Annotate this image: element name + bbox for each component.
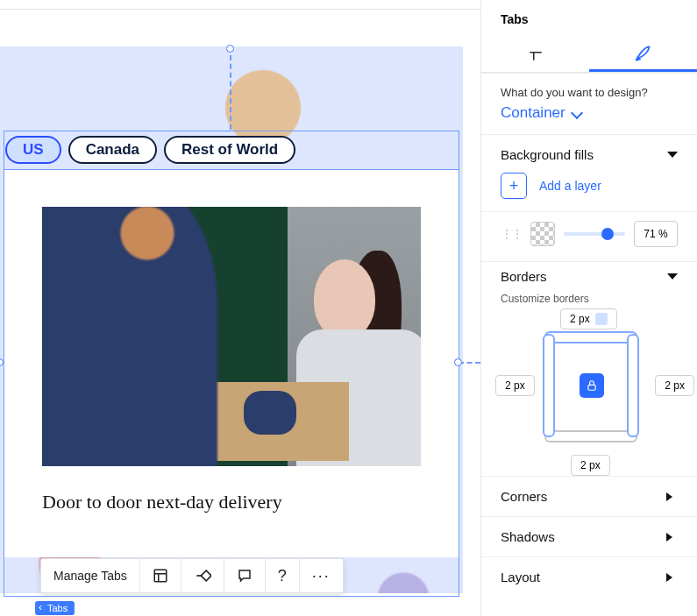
slider-thumb[interactable]	[601, 228, 614, 240]
border-side-left[interactable]	[543, 334, 555, 437]
borders-section: Borders Customize borders 2 px 2 px 2 px…	[481, 261, 697, 476]
caret-down-icon	[667, 273, 678, 280]
tab-content[interactable]: Door to door next-day delivery	[4, 170, 459, 557]
panel-mode-design[interactable]	[589, 37, 697, 72]
borders-title: Borders	[501, 269, 547, 284]
opacity-input[interactable]	[634, 221, 678, 247]
layout-title: Layout	[501, 570, 540, 584]
border-lock-button[interactable]	[580, 373, 604, 398]
more-icon[interactable]: ···	[300, 559, 343, 592]
svg-rect-2	[530, 48, 542, 60]
layout-section[interactable]: Layout	[481, 556, 697, 597]
add-layer-row: + Add a layer	[501, 173, 678, 199]
background-fills-header[interactable]: Background fills	[501, 147, 678, 162]
border-width-left[interactable]: 2 px	[495, 375, 535, 396]
corners-section[interactable]: Corners	[481, 476, 697, 516]
fill-color-swatch[interactable]	[530, 222, 555, 246]
border-side-top[interactable]	[544, 331, 637, 343]
caret-down-icon	[667, 152, 678, 158]
corners-title: Corners	[501, 489, 547, 504]
chevron-down-icon	[571, 107, 583, 119]
border-width-top[interactable]: 2 px	[560, 308, 617, 329]
drag-handle-icon[interactable]: ⋮⋮	[501, 227, 522, 241]
tabs-widget[interactable]: US Canada Rest of World Door to door nex…	[4, 131, 459, 557]
design-target-section: What do you want to design? Container	[481, 73, 697, 134]
inspector-panel: Tabs What do you want to design? Contain…	[480, 0, 697, 616]
borders-subtitle: Customize borders	[501, 293, 678, 305]
border-color-swatch[interactable]	[595, 313, 608, 325]
manage-tabs-button[interactable]: Manage Tabs	[41, 559, 140, 592]
border-side-right[interactable]	[627, 334, 639, 437]
svg-rect-0	[154, 570, 167, 582]
border-width-right[interactable]: 2 px	[655, 375, 694, 396]
caret-right-icon	[666, 573, 678, 582]
svg-rect-1	[201, 570, 211, 581]
border-side-bottom[interactable]	[544, 430, 637, 443]
design-question-label: What do you want to design?	[501, 86, 678, 99]
selection-badge[interactable]: Tabs	[35, 601, 75, 615]
caret-right-icon	[666, 492, 678, 501]
layout-icon[interactable]	[140, 559, 181, 592]
panel-mode-layout[interactable]	[481, 37, 589, 72]
shadows-section[interactable]: Shadows	[481, 516, 697, 556]
delivery-photo[interactable]	[42, 207, 421, 466]
background-fills-section: Background fills + Add a layer	[481, 134, 697, 211]
fill-layer-row: ⋮⋮	[481, 211, 697, 261]
add-layer-label[interactable]: Add a layer	[539, 179, 601, 193]
design-target-value: Container	[501, 104, 565, 122]
opacity-slider[interactable]	[564, 232, 625, 236]
svg-rect-3	[588, 385, 595, 390]
design-target-dropdown[interactable]: Container	[501, 104, 678, 122]
caret-right-icon	[666, 533, 678, 542]
background-fills-title: Background fills	[501, 147, 594, 162]
add-layer-button[interactable]: +	[501, 173, 527, 199]
element-toolbar: Manage Tabs ? ···	[40, 558, 344, 593]
tab-canada[interactable]: Canada	[68, 136, 157, 164]
panel-title: Tabs	[481, 0, 697, 37]
borders-header[interactable]: Borders	[501, 269, 678, 284]
shadows-title: Shadows	[501, 529, 555, 544]
canvas-area: US Canada Rest of World Door to door nex…	[0, 46, 480, 607]
tab-rest-of-world[interactable]: Rest of World	[164, 136, 295, 164]
tab-list: US Canada Rest of World	[4, 131, 459, 170]
help-icon[interactable]: ?	[266, 559, 300, 592]
animations-icon[interactable]	[181, 559, 224, 592]
border-width-bottom[interactable]: 2 px	[571, 455, 610, 476]
tab-caption[interactable]: Door to door next-day delivery	[42, 491, 421, 513]
tab-us[interactable]: US	[5, 136, 61, 164]
border-diagram: 2 px 2 px 2 px 2 px	[501, 310, 680, 464]
top-divider	[0, 9, 480, 10]
border-top-value: 2 px	[570, 313, 590, 325]
comment-icon[interactable]	[224, 559, 266, 592]
panel-mode-tabs	[481, 37, 697, 73]
